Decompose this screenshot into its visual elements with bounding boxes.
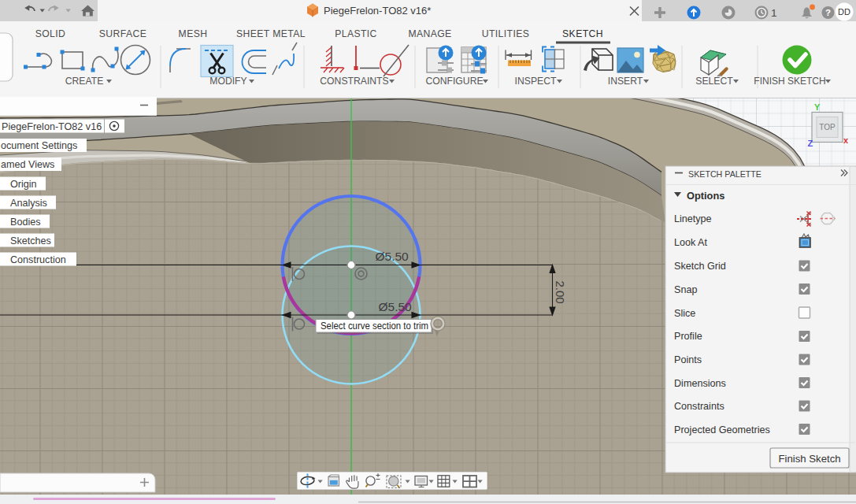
svg-text:SOLID: SOLID (35, 28, 66, 39)
svg-text:Sketch Grid: Sketch Grid (674, 261, 726, 272)
svg-text:SKETCH PALETTE: SKETCH PALETTE (688, 169, 762, 180)
svg-text:Z: Z (808, 139, 813, 148)
svg-text:x: x (843, 135, 849, 145)
svg-text:Ø5.50: Ø5.50 (376, 250, 409, 263)
svg-text:CONSTRAINTS: CONSTRAINTS (320, 76, 388, 87)
svg-text:SELECT: SELECT (695, 76, 733, 87)
svg-text:FINISH SKETCH: FINISH SKETCH (754, 76, 825, 87)
svg-text:Look At: Look At (674, 237, 708, 248)
svg-text:Select curve section to trim: Select curve section to trim (321, 321, 428, 332)
svg-text:Options: Options (687, 190, 724, 202)
svg-text:MESH: MESH (179, 28, 208, 39)
svg-text:Projected Geometries: Projected Geometries (674, 424, 770, 435)
svg-text:ocument Settings: ocument Settings (1, 140, 77, 151)
svg-text:Linetype: Linetype (674, 213, 712, 224)
svg-text:Origin: Origin (10, 179, 37, 190)
svg-text:Analysis: Analysis (10, 198, 47, 209)
svg-text:Snap: Snap (674, 284, 697, 295)
svg-text:Construction: Construction (10, 254, 66, 265)
svg-text:2.00: 2.00 (554, 281, 567, 304)
svg-text:UTILITIES: UTILITIES (482, 28, 530, 39)
svg-text:CONFIGURE: CONFIGURE (425, 76, 483, 87)
svg-text:?: ? (825, 8, 831, 17)
svg-text:INSERT: INSERT (608, 76, 643, 87)
svg-text:SHEET METAL: SHEET METAL (236, 28, 306, 39)
svg-text:PiegeFrelon-TO82 v16*: PiegeFrelon-TO82 v16* (324, 5, 431, 17)
svg-text:PiegeFrelon-TO82 v16: PiegeFrelon-TO82 v16 (2, 121, 102, 132)
svg-text:Slice: Slice (674, 308, 695, 319)
svg-text:Profile: Profile (674, 331, 702, 342)
svg-text:Bodies: Bodies (10, 217, 41, 228)
svg-text:MANAGE: MANAGE (408, 28, 451, 39)
svg-text:TOP: TOP (819, 123, 836, 132)
svg-text:amed Views: amed Views (1, 159, 54, 170)
svg-text:Y: Y (814, 102, 821, 112)
svg-text:Dimensions: Dimensions (674, 378, 726, 389)
svg-text:SURFACE: SURFACE (99, 28, 146, 39)
svg-text:Finish Sketch: Finish Sketch (778, 453, 840, 465)
svg-text:PLASTIC: PLASTIC (335, 28, 377, 39)
svg-text:Constraints: Constraints (674, 401, 724, 412)
svg-text:1: 1 (771, 7, 777, 19)
svg-text:CREATE: CREATE (65, 76, 104, 87)
svg-text:Ø5.50: Ø5.50 (379, 300, 413, 313)
svg-text:Points: Points (674, 354, 702, 365)
svg-text:INSPECT: INSPECT (515, 76, 557, 87)
svg-text:SKETCH: SKETCH (562, 28, 603, 39)
svg-text:Sketches: Sketches (10, 235, 51, 246)
svg-text:DD: DD (838, 7, 850, 17)
